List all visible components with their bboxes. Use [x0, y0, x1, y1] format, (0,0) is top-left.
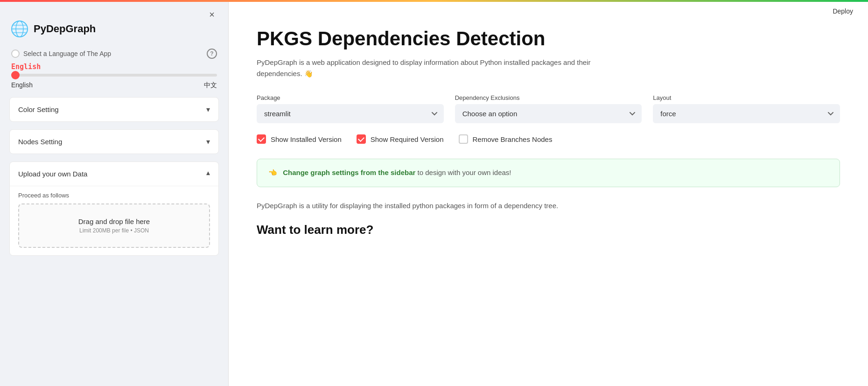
- accordion-nodes-setting-header[interactable]: Nodes Setting ▾: [10, 130, 218, 154]
- exclusions-group: Dependency Exclusions Choose an option: [455, 94, 642, 123]
- lang-circle-icon: [11, 49, 20, 58]
- info-box: 👈 Change graph settings from the sidebar…: [257, 159, 840, 187]
- main-content: Deploy PKGS Dependencies Detection PyDep…: [229, 0, 868, 386]
- language-slider-thumb[interactable]: [11, 71, 20, 79]
- remove-branches-checkbox-item[interactable]: Remove Branches Nodes: [459, 134, 553, 144]
- sidebar-content: Select a Language of The App ? English E…: [0, 49, 228, 386]
- show-required-checkbox[interactable]: [357, 134, 366, 144]
- accordion-nodes-setting: Nodes Setting ▾: [9, 129, 219, 154]
- lang-option-chinese[interactable]: 中文: [204, 81, 217, 90]
- show-installed-checkbox-item[interactable]: Show Installed Version: [257, 134, 342, 144]
- deploy-link[interactable]: Deploy: [833, 7, 853, 15]
- accordion-upload-data-body: Proceed as follows Drag and drop file he…: [10, 186, 218, 255]
- package-label: Package: [257, 94, 444, 101]
- main-subtitle: Want to learn more?: [257, 223, 840, 237]
- language-slider-track[interactable]: [11, 74, 217, 77]
- upload-title: Drag and drop file here: [28, 218, 200, 225]
- remove-branches-label: Remove Branches Nodes: [473, 135, 553, 143]
- layout-select[interactable]: force cose grid circle: [653, 104, 840, 123]
- show-required-label: Show Required Version: [371, 135, 444, 143]
- accordion-upload-data-header[interactable]: Upload your own Data ▾: [10, 162, 218, 186]
- language-options-row: English 中文: [11, 81, 217, 90]
- language-selected: English: [11, 63, 217, 71]
- sidebar-header: PyDepGraph: [0, 2, 228, 49]
- accordion-upload-data-chevron: ▾: [206, 169, 210, 178]
- show-installed-label: Show Installed Version: [271, 135, 342, 143]
- sidebar-title: PyDepGraph: [34, 23, 96, 35]
- upload-zone[interactable]: Drag and drop file here Limit 200MB per …: [18, 204, 210, 248]
- package-group: Package streamlit numpy pandas requests: [257, 94, 444, 123]
- help-icon[interactable]: ?: [207, 49, 217, 59]
- main-description: PyDepGraph is a web application designed…: [257, 57, 611, 79]
- accordion-color-setting-chevron: ▾: [206, 105, 210, 114]
- layout-label: Layout: [653, 94, 840, 101]
- upload-subtitle: Limit 200MB per file • JSON: [28, 227, 200, 234]
- accordion-upload-data: Upload your own Data ▾ Proceed as follow…: [9, 161, 219, 256]
- package-select[interactable]: streamlit numpy pandas requests: [257, 104, 444, 123]
- info-box-bold: Change graph settings from the sidebar: [283, 168, 415, 176]
- exclusions-select[interactable]: Choose an option: [455, 104, 642, 123]
- close-button[interactable]: ×: [205, 7, 219, 21]
- language-label: Select a Language of The App: [11, 49, 111, 58]
- language-section: Select a Language of The App ? English E…: [9, 49, 219, 90]
- remove-branches-checkbox[interactable]: [459, 134, 468, 144]
- show-installed-checkbox[interactable]: [257, 134, 266, 144]
- form-row: Package streamlit numpy pandas requests …: [257, 94, 840, 123]
- main-body-text: PyDepGraph is a utility for displaying t…: [257, 200, 630, 211]
- exclusions-label: Dependency Exclusions: [455, 94, 642, 101]
- accordion-color-setting-label: Color Setting: [18, 105, 59, 113]
- accordion-upload-data-label: Upload your own Data: [18, 170, 87, 178]
- language-label-row: Select a Language of The App ?: [11, 49, 217, 59]
- sidebar: × PyDepGraph Select a Language of The Ap…: [0, 0, 229, 386]
- globe-icon: [11, 21, 28, 37]
- accordion-color-setting: Color Setting ▾: [9, 97, 219, 122]
- accordion-nodes-setting-label: Nodes Setting: [18, 138, 62, 146]
- hand-emoji: 👈: [268, 168, 277, 176]
- accordion-nodes-setting-chevron: ▾: [206, 137, 210, 146]
- page-title: PKGS Dependencies Detection: [257, 28, 840, 49]
- accordion-color-setting-header[interactable]: Color Setting ▾: [10, 98, 218, 121]
- layout-group: Layout force cose grid circle: [653, 94, 840, 123]
- lang-option-english[interactable]: English: [11, 81, 33, 90]
- show-required-checkbox-item[interactable]: Show Required Version: [357, 134, 444, 144]
- language-label-text: Select a Language of The App: [23, 50, 111, 57]
- info-box-rest: to design with your own ideas!: [418, 168, 511, 176]
- checkboxes-row: Show Installed Version Show Required Ver…: [257, 134, 840, 144]
- proceed-text: Proceed as follows: [18, 192, 210, 199]
